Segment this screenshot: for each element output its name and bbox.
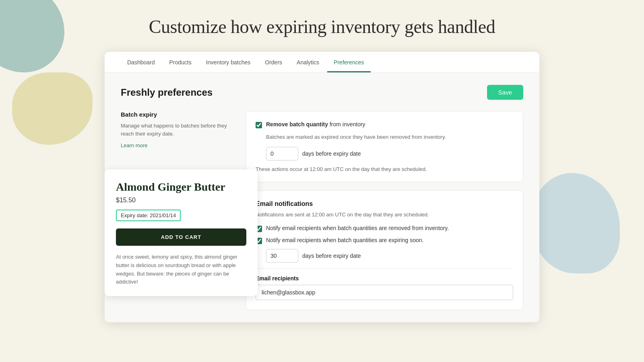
email-intro: Notifications are sent at 12:00 am UTC o… xyxy=(256,211,513,219)
product-card: Almond Ginger Butter $15.50 Expiry date:… xyxy=(105,169,258,296)
right-panel: Remove batch quantity from inventory Bat… xyxy=(246,111,523,310)
expiry-badge: Expiry date: 2021/01/14 xyxy=(116,210,181,221)
remove-batch-desc: Batches are marked as expired once they … xyxy=(266,133,513,141)
remove-batch-days-label: days before expiry date xyxy=(302,150,361,157)
notify-days-label: days before expiry date xyxy=(302,253,361,259)
notify-removed-row: Notify email recipients when batch quant… xyxy=(256,225,513,232)
content-header: Freshly preferences Save xyxy=(121,85,523,100)
remove-batch-checkbox[interactable] xyxy=(256,122,262,128)
remove-batch-days-row: days before expiry date xyxy=(266,147,513,160)
product-description: At once sweet, lemony and spicy, this al… xyxy=(116,253,246,286)
product-name: Almond Ginger Butter xyxy=(116,181,246,193)
page-title: Customize how expiring inventory gets ha… xyxy=(149,16,495,37)
divider xyxy=(256,268,513,269)
remove-batch-label: Remove batch quantity from inventory xyxy=(266,121,365,128)
email-section-title: Email notifications xyxy=(256,200,513,208)
nav-item-preferences[interactable]: Preferences xyxy=(327,52,370,72)
remove-batch-schedule-note: These actions occur at 12:00 am UTC on t… xyxy=(256,166,513,172)
nav-item-orders[interactable]: Orders xyxy=(258,52,289,72)
email-recipients-label: Email recipients xyxy=(256,275,513,282)
learn-more-link[interactable]: Learn more xyxy=(121,142,147,148)
add-to-cart-button[interactable]: ADD TO CART xyxy=(116,228,246,246)
remove-batch-row: Remove batch quantity from inventory xyxy=(256,121,513,128)
notify-days-row: days before expiry date xyxy=(266,249,513,263)
batch-expiry-desc: Manage what happens to batches before th… xyxy=(121,122,233,138)
notify-days-input[interactable] xyxy=(266,249,298,263)
left-panel: Batch expiry Manage what happens to batc… xyxy=(121,111,233,149)
email-recipients-input[interactable] xyxy=(256,285,513,300)
nav-bar: Dashboard Products Inventory batches Ord… xyxy=(105,52,539,73)
section-title: Freshly preferences xyxy=(121,87,213,98)
product-price: $15.50 xyxy=(116,197,246,204)
email-notifications-card: Email notifications Notifications are se… xyxy=(246,190,523,311)
remove-batch-days-input[interactable] xyxy=(266,147,298,160)
notify-expiring-row: Notify email recipients when batch quant… xyxy=(256,237,513,244)
batch-expiry-title: Batch expiry xyxy=(121,111,233,118)
save-button[interactable]: Save xyxy=(487,85,523,100)
remove-batch-label-rest: from inventory xyxy=(328,121,365,128)
content-area: Freshly preferences Save Batch expiry Ma… xyxy=(105,73,539,322)
remove-batch-label-bold: Remove batch quantity xyxy=(266,121,328,128)
nav-item-dashboard[interactable]: Dashboard xyxy=(121,52,161,72)
nav-item-inventory[interactable]: Inventory batches xyxy=(200,52,257,72)
notify-removed-label: Notify email recipients when batch quant… xyxy=(266,225,449,231)
nav-item-products[interactable]: Products xyxy=(163,52,198,72)
app-window: Dashboard Products Inventory batches Ord… xyxy=(105,52,539,322)
remove-batch-card: Remove batch quantity from inventory Bat… xyxy=(246,111,523,182)
notify-expiring-label: Notify email recipients when batch quant… xyxy=(266,237,423,243)
nav-item-analytics[interactable]: Analytics xyxy=(290,52,326,72)
